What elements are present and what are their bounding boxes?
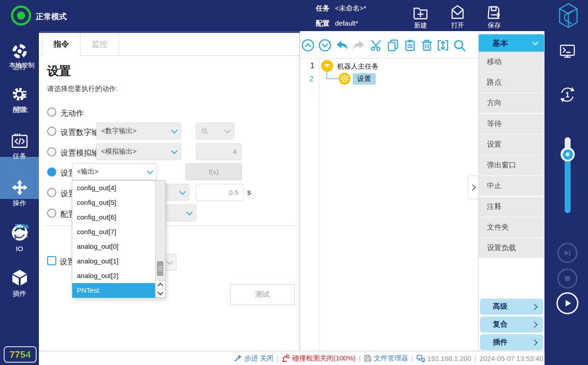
cmd-item-direction[interactable]: 方向 [479, 93, 544, 113]
analog-value-input[interactable]: 4 [196, 143, 242, 160]
svg-text:1: 1 [566, 91, 570, 99]
save-icon [486, 4, 503, 21]
cmd-item-wait[interactable]: 等待 [479, 114, 544, 134]
counter-badge[interactable]: 7754 [4, 346, 37, 363]
stop-button[interactable] [557, 268, 577, 289]
dropdown-option[interactable]: config_out[4] [72, 181, 156, 195]
file-manager-label: 文件管理器 [374, 354, 408, 363]
config-label: 配置 [316, 19, 329, 27]
collapse-down-button[interactable] [318, 38, 332, 52]
single-run-icon[interactable]: 1 [558, 85, 577, 104]
category-advanced-button[interactable]: 高级 [480, 299, 543, 315]
radio-set-analog-output[interactable] [47, 147, 56, 156]
tab-instruction[interactable]: 指令 [42, 33, 81, 56]
scroll-down-button[interactable] [156, 289, 165, 297]
sidebar-item-plugin[interactable]: 插件 [0, 269, 39, 298]
cmd-item-payload[interactable]: 设置负载 [479, 238, 544, 258]
network-icon [416, 354, 425, 362]
new-task-button[interactable]: 新建 [406, 4, 435, 30]
cmd-item-abort[interactable]: 中止 [479, 176, 544, 196]
speed-slider-handle[interactable] [561, 147, 575, 161]
dropdown-scrollbar[interactable] [155, 181, 165, 297]
dropdown-option[interactable]: analog_out[0] [72, 239, 156, 254]
dropdown-option[interactable]: analog_out[2] [72, 268, 156, 283]
step-mode-label: 步进 关闭 [244, 354, 274, 363]
category-composite-button[interactable]: 复合 [480, 317, 543, 333]
scrollbar-thumb[interactable] [157, 261, 163, 276]
dropdown-option[interactable]: config_out[6] [72, 210, 156, 225]
separator: | [359, 354, 361, 362]
play-button[interactable] [556, 292, 578, 314]
tab-bar: 指令 监控 [39, 33, 300, 56]
sidebar-item-operate[interactable]: 操作 [0, 179, 39, 208]
category-plugin-button[interactable]: 插件 [480, 334, 543, 350]
cut-button[interactable] [369, 38, 383, 52]
cmd-item-folder[interactable]: 文件夹 [479, 217, 544, 237]
digital-output-value: <数字输出> [97, 127, 168, 135]
local-control-icon[interactable] [558, 42, 577, 60]
sidebar-item-task[interactable]: 任务 [0, 133, 39, 161]
payload-checkbox[interactable] [47, 256, 56, 265]
test-button[interactable]: 测试 [230, 284, 295, 305]
speed-percentage: 77% [0, 222, 43, 230]
file-manager-icon [364, 354, 372, 362]
save-label: 保存 [480, 21, 508, 30]
open-button[interactable]: 打开 [443, 4, 472, 30]
tree-row-selected[interactable]: 设置 [353, 73, 376, 85]
save-button[interactable]: 保存 [480, 4, 508, 30]
cmd-item-popup[interactable]: 弹出窗口 [479, 155, 544, 175]
step-forward-button[interactable] [557, 243, 577, 263]
stop-icon [563, 274, 572, 283]
radio-no-action[interactable] [47, 107, 56, 117]
scroll-up-button[interactable] [156, 280, 165, 289]
page-title: 设置 [47, 63, 71, 79]
radio-configure-tool[interactable] [47, 209, 56, 218]
cmd-item-comment[interactable]: 注释 [479, 197, 544, 217]
single-run-label: 单次 [0, 106, 43, 114]
redo-button[interactable] [352, 38, 366, 52]
digital-level-select[interactable]: 低 [196, 123, 234, 140]
dropdown-option[interactable]: analog_out[1] [72, 254, 156, 268]
tree-set-gear-icon[interactable] [339, 73, 351, 85]
cmd-item-set[interactable]: 设置 [479, 134, 544, 155]
tree-connector [326, 78, 339, 79]
radio-set-pulse[interactable] [47, 188, 56, 197]
separator: | [475, 354, 476, 362]
analog-output-select[interactable]: <模拟输出> [96, 143, 181, 160]
search-button[interactable] [453, 38, 466, 52]
tab-monitor[interactable]: 监控 [81, 33, 119, 56]
undo-button[interactable] [335, 38, 349, 52]
dropdown-option-selected[interactable]: PNTest [72, 283, 156, 298]
chevron-down-icon [168, 144, 181, 160]
insert-button[interactable] [436, 38, 450, 52]
open-label: 打开 [443, 21, 472, 30]
radio-set-output[interactable] [47, 167, 56, 177]
panel-expand-button[interactable] [468, 176, 478, 199]
top-bar: 正常模式 任务<未命名>* 配置default* 新建 打开 [0, 0, 588, 31]
dropdown-option[interactable]: config_out[5] [72, 195, 156, 210]
delete-button[interactable] [420, 38, 434, 52]
cmd-item-move[interactable]: 移动 [479, 52, 544, 72]
step-mode-status[interactable]: 步进 关闭 [234, 354, 274, 363]
status-indicator[interactable] [11, 5, 31, 26]
paste-button[interactable] [403, 38, 417, 52]
plugin-cube-icon [11, 269, 28, 286]
fx-expression-button[interactable]: f(x) [185, 163, 242, 180]
category-basic-header[interactable]: 基本 [479, 34, 544, 52]
tree-collapse-icon[interactable] [321, 60, 333, 72]
copy-button[interactable] [386, 38, 400, 52]
collapse-up-button[interactable] [301, 38, 315, 52]
cmd-item-waypoint[interactable]: 路点 [479, 72, 544, 92]
local-control-label: 本地控制 [0, 61, 43, 70]
network-status[interactable]: 192.168.1.200 [416, 354, 471, 362]
dropdown-option[interactable]: config_out[7] [72, 225, 156, 239]
output-select[interactable]: <输出> [72, 163, 157, 180]
chevron-down-icon [176, 184, 189, 200]
speed-slider-fill[interactable] [565, 153, 571, 213]
digital-output-select[interactable]: <数字输出> [96, 123, 181, 140]
radio-set-digital-output[interactable] [47, 127, 56, 136]
pulse-time-input[interactable]: 0.5 [196, 184, 243, 201]
collision-status[interactable]: 碰撞检测关闭(100%) [282, 354, 356, 363]
file-manager-link[interactable]: 文件管理器 [364, 354, 408, 363]
tree-row-root[interactable]: 机器人主任务 [337, 62, 378, 71]
